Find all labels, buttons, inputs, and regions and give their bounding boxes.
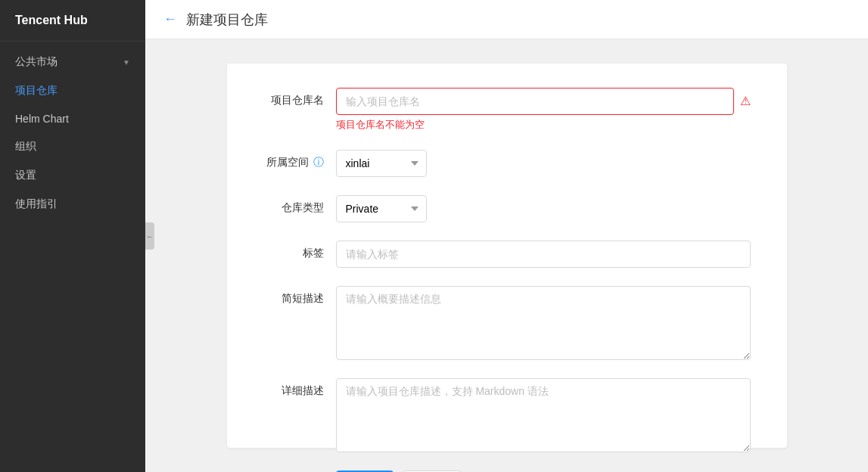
tag-label: 标签 <box>263 241 324 260</box>
namespace-select[interactable]: xinlai org1 org2 <box>336 150 427 177</box>
sidebar-item-public-market[interactable]: 公共市场 ▼ <box>0 48 145 76</box>
form-row-detail-desc: 详细描述 <box>263 378 751 452</box>
form-card: 项目仓库名 ⚠ 项目仓库名不能为空 所属空间 ⓘ <box>227 64 787 448</box>
form-row-namespace: 所属空间 ⓘ xinlai org1 org2 <box>263 150 751 177</box>
back-button[interactable]: ← <box>163 11 177 27</box>
sidebar-item-label: 设置 <box>15 169 36 182</box>
page-header: ← 新建项目仓库 <box>145 0 868 39</box>
sidebar-item-organization[interactable]: 组织 <box>0 132 145 161</box>
detail-desc-label: 详细描述 <box>263 378 324 398</box>
page-title: 新建项目仓库 <box>186 11 268 29</box>
chevron-down-icon: ▼ <box>123 58 130 67</box>
namespace-label: 所属空间 ⓘ <box>263 150 324 169</box>
repo-type-label: 仓库类型 <box>263 195 324 215</box>
form-row-short-desc: 简短描述 <box>263 286 751 360</box>
short-desc-textarea[interactable] <box>336 286 751 360</box>
sidebar: Tencent Hub 公共市场 ▼ 项目仓库 Helm Chart 组织 设置… <box>0 0 145 472</box>
form-row-repo-name: 项目仓库名 ⚠ 项目仓库名不能为空 <box>263 88 751 132</box>
sidebar-item-helm-chart[interactable]: Helm Chart <box>0 105 145 132</box>
sidebar-item-label: 组织 <box>15 140 36 154</box>
sidebar-item-label: 使用指引 <box>15 197 58 211</box>
info-icon[interactable]: ⓘ <box>313 156 324 169</box>
tag-input[interactable] <box>336 241 751 268</box>
form-row-repo-type: 仓库类型 Private Public <box>263 195 751 222</box>
short-desc-label: 简短描述 <box>263 286 324 306</box>
sidebar-item-label: 公共市场 <box>15 55 58 69</box>
short-desc-control <box>336 286 751 360</box>
sidebar-item-label: Helm Chart <box>15 113 69 125</box>
form-row-tag: 标签 <box>263 241 751 268</box>
detail-desc-textarea[interactable] <box>336 378 751 452</box>
main-content: ← 新建项目仓库 项目仓库名 ⚠ 项目仓库名不能为空 所属空间 <box>145 0 868 472</box>
repo-type-select[interactable]: Private Public <box>336 195 427 222</box>
sidebar-item-usage-guide[interactable]: 使用指引 <box>0 190 145 219</box>
tag-control <box>336 241 751 268</box>
repo-type-control: Private Public <box>336 195 751 222</box>
sidebar-menu: 公共市场 ▼ 项目仓库 Helm Chart 组织 设置 使用指引 <box>0 42 145 472</box>
sidebar-collapse-button[interactable]: ← <box>145 222 154 250</box>
sidebar-item-project-repo[interactable]: 项目仓库 <box>0 76 145 105</box>
repo-name-input[interactable] <box>336 88 734 115</box>
error-icon: ⚠ <box>740 88 751 115</box>
sidebar-logo: Tencent Hub <box>0 0 145 42</box>
sidebar-item-label: 项目仓库 <box>15 84 58 98</box>
repo-name-label: 项目仓库名 <box>263 88 324 107</box>
sidebar-item-settings[interactable]: 设置 <box>0 161 145 190</box>
repo-name-control: ⚠ 项目仓库名不能为空 <box>336 88 751 132</box>
detail-desc-control <box>336 378 751 452</box>
repo-name-error-msg: 项目仓库名不能为空 <box>336 118 751 132</box>
namespace-control: xinlai org1 org2 <box>336 150 751 177</box>
form-content: 项目仓库名 ⚠ 项目仓库名不能为空 所属空间 ⓘ <box>145 39 868 472</box>
